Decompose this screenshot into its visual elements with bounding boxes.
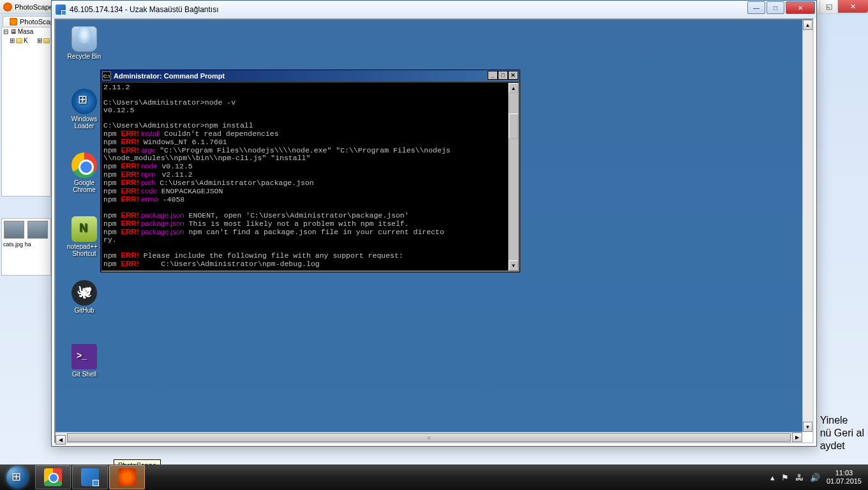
rdp-hscroll-thumb[interactable]: ≡ (67, 433, 791, 442)
chrome-icon (71, 152, 97, 178)
rdp-titlebar[interactable]: 46.105.174.134 - Uzak Masaüstü Bağlantıs… (52, 1, 816, 19)
photoscape-title: PhotoScape (15, 3, 53, 11)
cmd-title-text: Administrator: Command Prompt (114, 72, 225, 80)
tray-clock[interactable]: 11:03 01.07.2015 (827, 469, 862, 486)
chrome-icon (44, 468, 62, 486)
rdp-hscrollbar[interactable]: ◀ ≡ ▶ (56, 432, 802, 442)
taskbar-photoscape[interactable] (109, 465, 145, 489)
rdp-close[interactable]: ✕ (786, 1, 815, 14)
cmd-scroll-up[interactable]: ▲ (509, 83, 518, 93)
rdp-taskbar-icon (81, 468, 99, 486)
github-icon (71, 280, 97, 306)
tray-time: 11:03 (827, 469, 862, 477)
github-label: GitHub (62, 307, 107, 314)
gitshell-label: Git Shell (62, 371, 107, 378)
rdp-window: 46.105.174.134 - Uzak Masaüstü Bağlantıs… (51, 0, 817, 447)
thumb-2-label: ha (25, 241, 31, 248)
cmd-scroll-thumb[interactable] (509, 114, 518, 139)
save-button[interactable]: aydet (820, 440, 864, 452)
rdp-hscroll-right[interactable]: ▶ (792, 433, 802, 442)
redo-button[interactable]: nü Geri al (820, 427, 864, 439)
cmd-titlebar[interactable]: C:\ Administrator: Command Prompt _ □ ✕ (101, 70, 520, 82)
cmd-icon: C:\ (102, 71, 111, 80)
tray-show-hidden-icon[interactable]: ▴ (770, 473, 775, 482)
recycle-icon (71, 26, 97, 52)
rdp-minimize[interactable]: — (747, 1, 765, 14)
tree-root[interactable]: ⊟ 🖥 Masa (2, 27, 50, 36)
rdp-vscroll-up[interactable]: ▲ (803, 20, 812, 30)
npp-icon (71, 216, 97, 242)
rdp-icon (56, 4, 66, 15)
thumb-1-label: cats.jpg (3, 241, 23, 248)
cmd-output[interactable]: 2.11.2 C:\Users\Administrator>node -v v0… (102, 83, 508, 271)
start-orb-icon (6, 466, 28, 488)
photoscape-tab-label: PhotoScap (20, 18, 54, 26)
cmd-scrollbar[interactable]: ▲ ▼ (508, 83, 518, 271)
undo-button[interactable]: Yinele (820, 415, 864, 426)
outer-maximize[interactable]: ◱ (819, 0, 837, 13)
cmd-minimize[interactable]: _ (488, 71, 498, 80)
cmd-window: C:\ Administrator: Command Prompt _ □ ✕ … (100, 70, 520, 272)
recycle-label: Recycle Bin (62, 53, 107, 60)
tray-flag-icon[interactable]: ⚑ (781, 473, 789, 482)
folder-tree[interactable]: ⊟ 🖥 Masa ⊞ K⊞ A⊞ B⊞ A⊞ ★ O⊞ ★ O⊞ P⊞ T⊞ T… (1, 27, 51, 197)
start-button[interactable] (0, 464, 34, 490)
desktop-icon-github[interactable]: GitHub (62, 280, 107, 314)
host-taskbar: ▴ ⚑ 🖧 🔊 11:03 01.07.2015 (0, 464, 868, 490)
photoscape-tab-icon (10, 18, 17, 26)
photoscape-icon (3, 3, 12, 11)
tray-date: 01.07.2015 (827, 477, 862, 486)
thumb-2[interactable] (27, 221, 48, 239)
cmd-scroll-down[interactable]: ▼ (509, 260, 518, 271)
rdp-vscrollbar[interactable]: ▲ ▼ (802, 20, 812, 432)
rdp-title-text: 46.105.174.134 - Uzak Masaüstü Bağlantıs… (70, 5, 218, 14)
tray-volume-icon[interactable]: 🔊 (810, 473, 820, 482)
rdp-hscroll-left[interactable]: ◀ (56, 435, 66, 445)
taskbar-rdp[interactable] (72, 465, 108, 489)
cmd-maximize[interactable]: □ (498, 71, 508, 80)
tree-item-0[interactable]: ⊞ K (3, 36, 29, 45)
rdp-maximize[interactable]: □ (767, 1, 784, 14)
taskbar-chrome[interactable] (35, 465, 71, 489)
gitshell-icon (71, 344, 97, 369)
desktop-icon-recycle[interactable]: Recycle Bin (62, 26, 107, 60)
cmd-close[interactable]: ✕ (508, 71, 518, 80)
winloader-icon (71, 89, 97, 114)
system-tray: ▴ ⚑ 🖧 🔊 11:03 01.07.2015 (770, 464, 868, 490)
thumbnail-panel[interactable]: cats.jpg ha (1, 218, 51, 276)
tray-network-icon[interactable]: 🖧 (795, 473, 804, 482)
desktop-icon-gitshell[interactable]: Git Shell (62, 344, 107, 378)
remote-desktop[interactable]: Recycle BinWindows LoaderGoogle Chromeno… (56, 20, 802, 432)
tree-item-1[interactable]: ⊞ A (31, 36, 51, 45)
outer-close[interactable]: ✕ (837, 0, 868, 13)
rdp-vscroll-down[interactable]: ▼ (803, 422, 812, 432)
thumb-1[interactable] (4, 221, 24, 239)
photoscape-taskbar-icon (118, 468, 136, 486)
